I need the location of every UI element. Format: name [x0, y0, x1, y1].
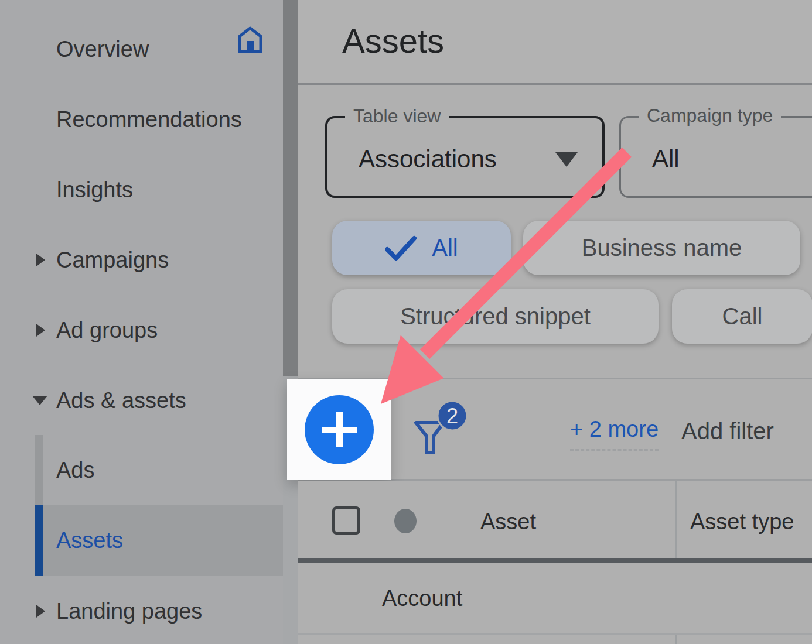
table-row[interactable]: Account [298, 563, 812, 633]
table-view-select[interactable]: Table view Associations [325, 116, 605, 198]
campaign-type-label: Campaign type [639, 105, 781, 126]
sidebar-item-recommendations[interactable]: Recommendations [0, 84, 283, 155]
chevron-right-icon [36, 254, 45, 266]
dropdown-caret-icon [555, 152, 578, 167]
sidebar-item-landing-pages[interactable]: Landing pages [0, 576, 283, 644]
sidebar-item-label: Campaigns [56, 248, 169, 273]
column-divider [675, 635, 677, 644]
select-all-checkbox[interactable] [332, 506, 360, 535]
campaign-type-select[interactable]: Campaign type All [619, 116, 812, 198]
chevron-down-icon [32, 396, 47, 405]
sidebar-item-campaigns[interactable]: Campaigns [0, 225, 283, 295]
chevron-right-icon [36, 324, 45, 337]
sidebar-item-ads[interactable]: Ads [0, 435, 283, 505]
sidebar-item-insights[interactable]: Insights [0, 155, 283, 225]
chip-business-name[interactable]: Business name [523, 221, 800, 275]
column-header-asset-type[interactable]: Asset type [690, 509, 794, 535]
status-dot-icon [394, 509, 417, 533]
sidebar-item-ad-groups[interactable]: Ad groups [0, 295, 283, 365]
chip-structured-snippet[interactable]: Structured snippet [332, 289, 659, 344]
chip-label: Call [722, 303, 763, 330]
add-filter-button[interactable]: Add filter [681, 418, 774, 444]
page-header: Assets [298, 0, 812, 85]
chevron-right-icon [36, 605, 45, 618]
sidebar-item-label: Ad groups [56, 318, 158, 343]
sidebar-item-overview[interactable]: Overview [0, 14, 283, 84]
add-asset-button[interactable] [305, 395, 374, 464]
chip-call[interactable]: Call [672, 289, 812, 344]
sidebar-nav: Overview Recommendations Insights Campai… [0, 0, 283, 644]
active-filters-indicator[interactable]: 2 [410, 386, 475, 454]
account-row-label: Account [382, 586, 462, 611]
filter-count-value: 2 [446, 404, 458, 428]
chip-all[interactable]: All [332, 221, 511, 275]
column-divider [675, 481, 677, 558]
sidebar-item-label: Ads & assets [56, 388, 186, 413]
more-filters-link[interactable]: + 2 more [570, 417, 659, 451]
sidebar-item-assets[interactable]: Assets [0, 505, 283, 576]
home-icon [237, 26, 263, 56]
chip-label: All [432, 235, 458, 261]
page-title: Assets [342, 21, 444, 60]
row-divider [298, 633, 812, 635]
app-window: Overview Recommendations Insights Campai… [0, 0, 812, 644]
sidebar-scrollbar-thumb[interactable] [283, 0, 298, 376]
plus-icon [336, 412, 343, 447]
table-view-label: Table view [345, 105, 449, 127]
sidebar-item-ads-and-assets[interactable]: Ads & assets [0, 365, 283, 436]
sidebar-item-label: Insights [56, 177, 133, 203]
sidebar-item-label: Assets [56, 528, 123, 553]
campaign-type-value: All [652, 145, 680, 173]
sidebar-item-label: Ads [56, 458, 94, 483]
table-view-value: Associations [359, 145, 497, 173]
column-header-asset[interactable]: Asset [480, 509, 536, 535]
funnel-icon [416, 423, 443, 453]
sidebar-item-label: Recommendations [56, 107, 242, 132]
table-header-divider [298, 558, 812, 563]
chip-label: Structured snippet [400, 303, 591, 330]
sidebar-item-label: Landing pages [56, 599, 202, 624]
sidebar-item-label: Overview [56, 37, 149, 62]
checkmark-icon [385, 235, 417, 262]
chip-label: Business name [582, 235, 742, 261]
